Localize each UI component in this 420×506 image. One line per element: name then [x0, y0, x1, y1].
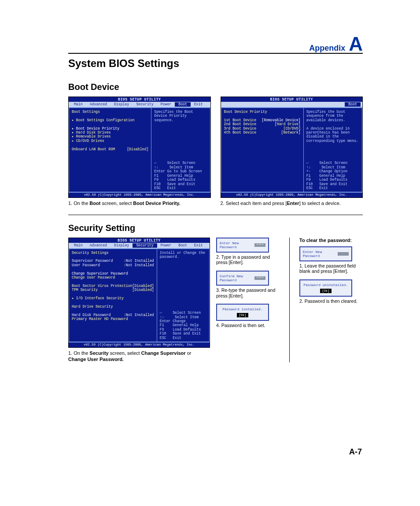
v: :Not Installed: [124, 259, 154, 263]
hint: ↔ Select Screen: [154, 161, 207, 165]
menu-security: Security: [133, 102, 157, 106]
ok-button: [Ok]: [320, 289, 332, 293]
key-hints: ↔ Select Screen ↑↓ Select Item Enter Cha…: [160, 311, 206, 340]
page-header: Appendix A: [68, 35, 363, 54]
dlg-label: Enter New Password: [220, 241, 253, 249]
security-row: BIOS SETUP UTILITY Main Advanced Display…: [68, 238, 363, 363]
hint: F10 Save and Exit: [306, 182, 359, 186]
k: Supervisor Password: [72, 259, 113, 263]
menu-main: Main: [70, 243, 86, 247]
t: Change User Password.: [68, 357, 124, 362]
vertical-separator: [289, 238, 290, 363]
dlg-label: Password uninstalled.: [303, 283, 349, 287]
hint: F1 General Help: [154, 174, 207, 178]
right-cap-2: 2. Password is then cleared.: [299, 298, 363, 304]
t: Enter: [287, 201, 299, 206]
password-field: ****: [254, 243, 265, 247]
password-field: ****: [254, 276, 265, 280]
t: Enter: [230, 293, 241, 298]
bios-screenshot-boot-settings: BIOS SETUP UTILITY Main Advanced Display…: [68, 97, 211, 198]
t: Enter: [230, 260, 241, 265]
bios-footer: v02.59 (C)Copyright 1985-2005, American …: [69, 193, 210, 197]
k: Hard Disk Password: [72, 313, 111, 317]
boot-item: ▸ Hard Disk Drives: [72, 130, 148, 134]
t: 1. On the: [68, 201, 89, 206]
key-hints: ↔ Select Screen ↑↓ Select Item +- Change…: [306, 161, 359, 190]
hint: F1 General Help: [306, 174, 359, 178]
dlg-label: Password installed.: [220, 307, 265, 311]
hint: F9 Load Defaults: [160, 327, 206, 331]
bios-menu: Boot: [221, 102, 363, 107]
heading: Security Settings: [72, 251, 154, 255]
heading: Boot Device Priority: [224, 110, 301, 114]
k: 1st Boot Device: [224, 118, 257, 122]
bios-title: BIOS SETUP UTILITY: [221, 97, 363, 102]
bios-menu: Main Advanced Display Security Power Boo…: [69, 243, 210, 248]
k: TPM Security: [72, 288, 98, 292]
t: Change Supervisor: [141, 350, 186, 356]
sec1-caption: 1. On the Security screen, select Change…: [68, 350, 210, 363]
hint: Enter Change: [160, 319, 206, 323]
lan-value: [Disabled]: [127, 147, 148, 151]
t: ] to select a device.: [299, 201, 341, 206]
v: [Disabled]: [133, 284, 154, 288]
hint: Enter Go to Sub Screen: [154, 169, 207, 173]
help-text: Install or Change the password.: [160, 251, 206, 259]
menu-boot: Boot: [175, 243, 191, 247]
v: [Disabled]: [133, 288, 154, 292]
mid-cap-4: 4. Password is then set.: [216, 323, 280, 328]
boot-item-priority: ▸ Boot Device Priority: [72, 126, 148, 130]
k: 4th Boot Device: [224, 130, 257, 134]
menu-power: Power: [157, 243, 175, 247]
t: Security: [89, 350, 108, 356]
t: Enter: [335, 268, 346, 274]
t: ].: [241, 260, 244, 265]
hint: F10 Save and Exit: [154, 182, 207, 186]
menu-display: Display: [111, 102, 133, 106]
bios-screenshot-boot-priority: BIOS SETUP UTILITY Boot Boot Device Prio…: [221, 97, 363, 198]
primary-hd: Primary Master HD Password: [72, 317, 154, 321]
t: Boot Device Priority.: [133, 201, 180, 206]
hint: ↔ Select Screen: [306, 161, 359, 165]
section-security-title: Security Setting: [68, 223, 363, 233]
t: screen, select: [109, 350, 141, 356]
menu-display: Display: [111, 243, 133, 247]
dialog-password-installed: Password installed. [Ok]: [216, 304, 269, 321]
v: :Not Installed: [124, 263, 154, 267]
help-text: Specifies the boot sequence from the ava…: [306, 110, 359, 143]
appendix-label: Appendix: [309, 44, 345, 53]
hint: ↑↓ Select Item: [154, 165, 207, 169]
boot-item: ▸ Removable Drives: [72, 134, 148, 138]
t: or: [186, 350, 192, 356]
section-separator: [68, 215, 363, 215]
bios-menu: Main Advanced Display Security Power Boo…: [69, 102, 210, 107]
hint: ESC Exit: [306, 186, 359, 190]
menu-advanced: Advanced: [86, 243, 111, 247]
v: :Not Installed: [124, 313, 154, 317]
page-title: System BIOS Settings: [68, 57, 363, 70]
boot-settings-heading: Boot Settings: [72, 110, 148, 114]
hint: F1 General Help: [160, 323, 206, 327]
hint: F10 Save and Exit: [160, 331, 206, 335]
dialog-password-uninstalled: Password uninstalled. [Ok]: [299, 279, 352, 297]
ok-button: [Ok]: [237, 313, 249, 317]
menu-power: Power: [157, 102, 175, 106]
t: 2. Select each item and press [: [221, 201, 287, 206]
lan-label: Onboard LAN Boot ROM: [72, 147, 115, 151]
boot-item: ▸ Boot Settings Configuration: [72, 118, 148, 122]
boot-item: ▸ CD/DVD Drives: [72, 139, 148, 143]
io-security: ▸ I/O Interface Security: [72, 296, 154, 300]
right-cap-1: 1. Leave the password field blank and pr…: [299, 263, 363, 274]
clear-password-heading: To clear the password:: [299, 238, 363, 243]
bios-title: BIOS SETUP UTILITY: [69, 238, 210, 243]
dlg-label: Confirm New Password: [220, 274, 253, 282]
v: [CD/DVD]: [283, 126, 300, 130]
t: screen, select: [100, 201, 133, 206]
bios-footer: v02.59 (C)Copyright 1985-2005, American …: [221, 193, 363, 197]
hd-heading: Hard Drive Security: [72, 305, 154, 309]
bios-title: BIOS SETUP UTILITY: [69, 97, 210, 102]
dialog-enter-password: Enter New Password ****: [216, 238, 269, 253]
menu-advanced: Advanced: [86, 102, 111, 106]
boot-row: BIOS SETUP UTILITY Main Advanced Display…: [68, 97, 363, 207]
mid-cap-3: 3. Re-type the password and press [Enter…: [216, 287, 280, 298]
